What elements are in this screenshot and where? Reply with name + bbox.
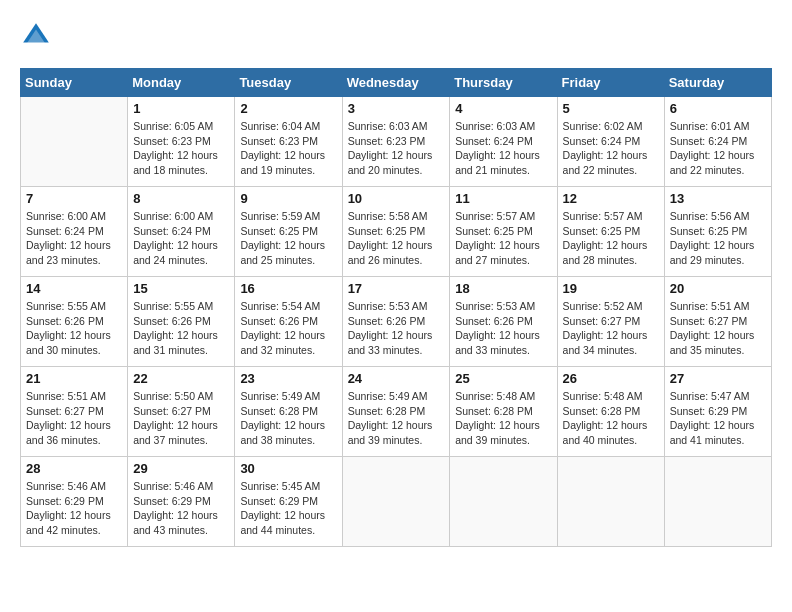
calendar-cell: 22Sunrise: 5:50 AMSunset: 6:27 PMDayligh…: [128, 367, 235, 457]
calendar-cell: 26Sunrise: 5:48 AMSunset: 6:28 PMDayligh…: [557, 367, 664, 457]
day-number: 18: [455, 281, 551, 296]
weekday-header-row: SundayMondayTuesdayWednesdayThursdayFrid…: [21, 69, 772, 97]
day-info: Sunrise: 5:48 AMSunset: 6:28 PMDaylight:…: [563, 389, 659, 448]
weekday-header-saturday: Saturday: [664, 69, 771, 97]
calendar-cell: 19Sunrise: 5:52 AMSunset: 6:27 PMDayligh…: [557, 277, 664, 367]
calendar-cell: 25Sunrise: 5:48 AMSunset: 6:28 PMDayligh…: [450, 367, 557, 457]
day-info: Sunrise: 6:04 AMSunset: 6:23 PMDaylight:…: [240, 119, 336, 178]
calendar-cell: 6Sunrise: 6:01 AMSunset: 6:24 PMDaylight…: [664, 97, 771, 187]
day-number: 17: [348, 281, 445, 296]
day-info: Sunrise: 6:00 AMSunset: 6:24 PMDaylight:…: [133, 209, 229, 268]
day-info: Sunrise: 6:03 AMSunset: 6:24 PMDaylight:…: [455, 119, 551, 178]
day-number: 19: [563, 281, 659, 296]
calendar-cell: 9Sunrise: 5:59 AMSunset: 6:25 PMDaylight…: [235, 187, 342, 277]
calendar-cell: [21, 97, 128, 187]
calendar-cell: 3Sunrise: 6:03 AMSunset: 6:23 PMDaylight…: [342, 97, 450, 187]
day-number: 20: [670, 281, 766, 296]
day-number: 24: [348, 371, 445, 386]
calendar-cell: 13Sunrise: 5:56 AMSunset: 6:25 PMDayligh…: [664, 187, 771, 277]
calendar-cell: [664, 457, 771, 547]
day-number: 8: [133, 191, 229, 206]
day-number: 15: [133, 281, 229, 296]
calendar-cell: [557, 457, 664, 547]
calendar-cell: 16Sunrise: 5:54 AMSunset: 6:26 PMDayligh…: [235, 277, 342, 367]
calendar-cell: 11Sunrise: 5:57 AMSunset: 6:25 PMDayligh…: [450, 187, 557, 277]
calendar-cell: 14Sunrise: 5:55 AMSunset: 6:26 PMDayligh…: [21, 277, 128, 367]
day-number: 26: [563, 371, 659, 386]
day-info: Sunrise: 6:02 AMSunset: 6:24 PMDaylight:…: [563, 119, 659, 178]
calendar-cell: 23Sunrise: 5:49 AMSunset: 6:28 PMDayligh…: [235, 367, 342, 457]
day-number: 14: [26, 281, 122, 296]
day-info: Sunrise: 6:05 AMSunset: 6:23 PMDaylight:…: [133, 119, 229, 178]
day-info: Sunrise: 5:57 AMSunset: 6:25 PMDaylight:…: [455, 209, 551, 268]
calendar-cell: 5Sunrise: 6:02 AMSunset: 6:24 PMDaylight…: [557, 97, 664, 187]
calendar-week-5: 28Sunrise: 5:46 AMSunset: 6:29 PMDayligh…: [21, 457, 772, 547]
day-number: 3: [348, 101, 445, 116]
logo-icon: [20, 20, 52, 52]
day-info: Sunrise: 5:47 AMSunset: 6:29 PMDaylight:…: [670, 389, 766, 448]
calendar-cell: 12Sunrise: 5:57 AMSunset: 6:25 PMDayligh…: [557, 187, 664, 277]
day-number: 4: [455, 101, 551, 116]
day-number: 6: [670, 101, 766, 116]
calendar-cell: 24Sunrise: 5:49 AMSunset: 6:28 PMDayligh…: [342, 367, 450, 457]
day-number: 11: [455, 191, 551, 206]
day-info: Sunrise: 5:51 AMSunset: 6:27 PMDaylight:…: [670, 299, 766, 358]
calendar-cell: 4Sunrise: 6:03 AMSunset: 6:24 PMDaylight…: [450, 97, 557, 187]
calendar-cell: 15Sunrise: 5:55 AMSunset: 6:26 PMDayligh…: [128, 277, 235, 367]
calendar-week-4: 21Sunrise: 5:51 AMSunset: 6:27 PMDayligh…: [21, 367, 772, 457]
day-number: 7: [26, 191, 122, 206]
day-info: Sunrise: 5:56 AMSunset: 6:25 PMDaylight:…: [670, 209, 766, 268]
day-info: Sunrise: 5:51 AMSunset: 6:27 PMDaylight:…: [26, 389, 122, 448]
day-info: Sunrise: 5:55 AMSunset: 6:26 PMDaylight:…: [133, 299, 229, 358]
calendar-cell: [450, 457, 557, 547]
day-number: 25: [455, 371, 551, 386]
calendar-cell: 7Sunrise: 6:00 AMSunset: 6:24 PMDaylight…: [21, 187, 128, 277]
day-info: Sunrise: 6:00 AMSunset: 6:24 PMDaylight:…: [26, 209, 122, 268]
calendar-cell: 17Sunrise: 5:53 AMSunset: 6:26 PMDayligh…: [342, 277, 450, 367]
day-info: Sunrise: 5:45 AMSunset: 6:29 PMDaylight:…: [240, 479, 336, 538]
day-info: Sunrise: 5:49 AMSunset: 6:28 PMDaylight:…: [348, 389, 445, 448]
day-number: 9: [240, 191, 336, 206]
day-number: 22: [133, 371, 229, 386]
calendar-cell: 21Sunrise: 5:51 AMSunset: 6:27 PMDayligh…: [21, 367, 128, 457]
weekday-header-sunday: Sunday: [21, 69, 128, 97]
calendar-cell: 8Sunrise: 6:00 AMSunset: 6:24 PMDaylight…: [128, 187, 235, 277]
day-info: Sunrise: 6:01 AMSunset: 6:24 PMDaylight:…: [670, 119, 766, 178]
day-info: Sunrise: 5:50 AMSunset: 6:27 PMDaylight:…: [133, 389, 229, 448]
weekday-header-tuesday: Tuesday: [235, 69, 342, 97]
day-number: 27: [670, 371, 766, 386]
day-info: Sunrise: 5:46 AMSunset: 6:29 PMDaylight:…: [26, 479, 122, 538]
day-info: Sunrise: 5:48 AMSunset: 6:28 PMDaylight:…: [455, 389, 551, 448]
day-number: 12: [563, 191, 659, 206]
day-number: 23: [240, 371, 336, 386]
calendar-cell: 29Sunrise: 5:46 AMSunset: 6:29 PMDayligh…: [128, 457, 235, 547]
calendar-cell: 18Sunrise: 5:53 AMSunset: 6:26 PMDayligh…: [450, 277, 557, 367]
day-info: Sunrise: 5:58 AMSunset: 6:25 PMDaylight:…: [348, 209, 445, 268]
day-info: Sunrise: 5:53 AMSunset: 6:26 PMDaylight:…: [348, 299, 445, 358]
calendar-cell: 20Sunrise: 5:51 AMSunset: 6:27 PMDayligh…: [664, 277, 771, 367]
day-number: 10: [348, 191, 445, 206]
day-info: Sunrise: 5:46 AMSunset: 6:29 PMDaylight:…: [133, 479, 229, 538]
calendar-cell: 27Sunrise: 5:47 AMSunset: 6:29 PMDayligh…: [664, 367, 771, 457]
weekday-header-friday: Friday: [557, 69, 664, 97]
calendar: SundayMondayTuesdayWednesdayThursdayFrid…: [20, 68, 772, 547]
day-number: 13: [670, 191, 766, 206]
calendar-week-3: 14Sunrise: 5:55 AMSunset: 6:26 PMDayligh…: [21, 277, 772, 367]
day-info: Sunrise: 5:53 AMSunset: 6:26 PMDaylight:…: [455, 299, 551, 358]
calendar-cell: 10Sunrise: 5:58 AMSunset: 6:25 PMDayligh…: [342, 187, 450, 277]
day-info: Sunrise: 5:49 AMSunset: 6:28 PMDaylight:…: [240, 389, 336, 448]
day-number: 21: [26, 371, 122, 386]
logo: [20, 20, 58, 52]
day-number: 1: [133, 101, 229, 116]
calendar-cell: [342, 457, 450, 547]
day-number: 28: [26, 461, 122, 476]
calendar-cell: 1Sunrise: 6:05 AMSunset: 6:23 PMDaylight…: [128, 97, 235, 187]
weekday-header-monday: Monday: [128, 69, 235, 97]
calendar-cell: 30Sunrise: 5:45 AMSunset: 6:29 PMDayligh…: [235, 457, 342, 547]
day-number: 16: [240, 281, 336, 296]
calendar-week-1: 1Sunrise: 6:05 AMSunset: 6:23 PMDaylight…: [21, 97, 772, 187]
page-header: [20, 20, 772, 52]
calendar-cell: 2Sunrise: 6:04 AMSunset: 6:23 PMDaylight…: [235, 97, 342, 187]
day-info: Sunrise: 5:57 AMSunset: 6:25 PMDaylight:…: [563, 209, 659, 268]
day-info: Sunrise: 5:52 AMSunset: 6:27 PMDaylight:…: [563, 299, 659, 358]
